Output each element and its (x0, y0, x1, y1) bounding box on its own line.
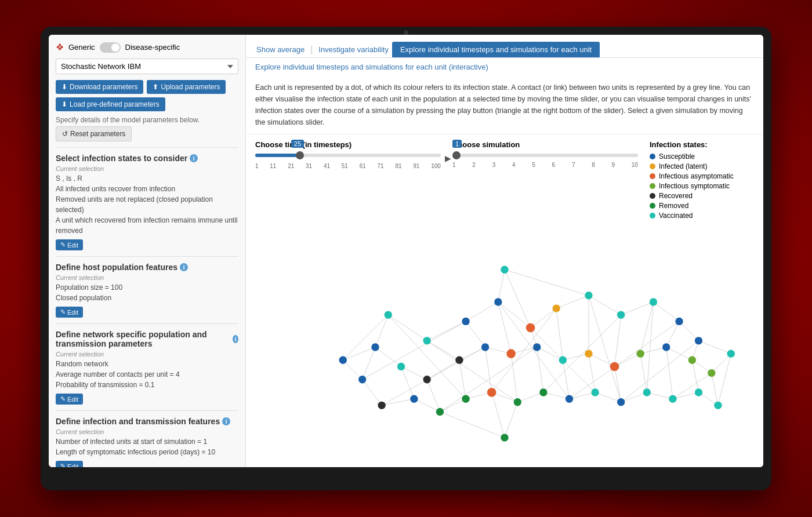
legend-item: Recovered (650, 192, 754, 200)
sim-slider-thumb[interactable]: 1 (452, 151, 461, 159)
reset-button-row: ↺ Reset parameters (56, 126, 238, 141)
info-icon[interactable]: i (190, 154, 198, 162)
edit-button-infection-states[interactable]: ✎ Edit (56, 239, 83, 250)
section-divider (56, 323, 238, 324)
laptop-frame: ❖ Generic Disease-specific Stochastic Ne… (41, 27, 771, 490)
section-network-params: Define network specific population and t… (56, 323, 238, 405)
interactive-link[interactable]: Explore individual timesteps and simulat… (246, 58, 763, 76)
svg-line-68 (362, 321, 466, 379)
svg-line-45 (615, 315, 621, 366)
edit-icon: ✎ (60, 395, 66, 403)
load-icon: ⬇ (61, 100, 67, 108)
legend-label: Infectious asymptomatic (659, 172, 734, 180)
upload-params-button[interactable]: ⬆ Upload parameters (147, 80, 226, 94)
svg-line-7 (621, 302, 654, 315)
info-icon[interactable]: i (233, 335, 238, 343)
svg-line-17 (537, 347, 563, 360)
time-slider-track[interactable]: 25 (255, 154, 441, 157)
current-selection-label: Current selection (56, 428, 238, 435)
svg-line-1 (427, 321, 466, 340)
svg-point-126 (455, 356, 463, 364)
svg-point-122 (688, 356, 696, 364)
model-type-toggle[interactable] (100, 42, 121, 53)
load-predefined-button[interactable]: ⬇ Load pre-defined parameters (56, 97, 165, 111)
svg-line-66 (589, 296, 621, 402)
legend-dot (650, 203, 655, 209)
reset-params-button[interactable]: ↺ Reset parameters (56, 126, 132, 141)
sim-slider-track[interactable]: 1 (452, 154, 638, 157)
legend-label: Susceptible (659, 152, 695, 161)
svg-point-106 (371, 343, 379, 351)
svg-point-128 (462, 395, 469, 403)
specify-label: Specify details of the model parameters … (56, 116, 238, 124)
time-play-button[interactable]: ▶ (445, 154, 451, 163)
svg-line-28 (440, 399, 466, 412)
svg-line-36 (647, 392, 673, 399)
download-icon: ⬇ (61, 83, 67, 91)
legend-dot (650, 163, 655, 169)
tab-investigate[interactable]: Investigate variability (317, 42, 390, 57)
svg-point-118 (610, 362, 619, 372)
reset-icon: ↺ (62, 130, 68, 138)
section-divider (56, 147, 238, 148)
legend-label: Vaccinated (659, 212, 693, 220)
svg-line-81 (718, 354, 731, 405)
download-params-button[interactable]: ⬇ Download parameters (56, 80, 143, 94)
info-icon[interactable]: i (222, 417, 230, 425)
section-divider (56, 410, 238, 411)
svg-point-103 (494, 298, 502, 305)
svg-line-27 (414, 399, 440, 412)
svg-line-13 (427, 360, 459, 379)
edit-button-host-population[interactable]: ✎ Edit (56, 307, 83, 318)
time-slider-thumb[interactable]: 25 (296, 151, 304, 159)
controls-area: Choose time (in timesteps) 25 1112131415… (246, 134, 763, 227)
svg-line-61 (712, 373, 718, 406)
edit-button-network-params[interactable]: ✎ Edit (56, 394, 83, 405)
tab-explore-active[interactable]: Explore individual timesteps and simulat… (392, 42, 600, 57)
network-svg (246, 227, 763, 467)
svg-point-97 (669, 395, 676, 403)
svg-line-87 (440, 412, 505, 438)
upload-icon: ⬆ (153, 83, 158, 91)
svg-point-115 (526, 323, 535, 333)
section-title-text: Define host population features (56, 263, 177, 272)
svg-line-49 (401, 366, 414, 399)
svg-point-93 (397, 363, 405, 370)
svg-line-69 (382, 347, 485, 405)
legend-dot (650, 193, 655, 199)
section-title-text: Select infection states to consider (56, 154, 187, 163)
svg-line-25 (362, 380, 382, 406)
section-host-population: Define host population features iCurrent… (56, 256, 238, 318)
svg-point-129 (539, 388, 547, 396)
svg-line-2 (466, 302, 498, 321)
selection-detail: Random network (56, 359, 238, 369)
network-nodes[interactable] (339, 266, 735, 442)
legend-item: Infectious symptomatic (650, 182, 754, 190)
model-dropdown[interactable]: Stochastic Network IBM (56, 59, 238, 74)
selection-detail: Population size = 100 (56, 282, 238, 293)
svg-point-104 (675, 318, 683, 325)
svg-line-76 (343, 315, 388, 360)
svg-point-96 (643, 388, 651, 396)
svg-line-80 (712, 354, 731, 373)
disease-specific-label: Disease-specific (125, 43, 180, 52)
edit-icon: ✎ (60, 241, 66, 249)
legend-dot (650, 183, 655, 189)
svg-point-112 (566, 395, 573, 403)
edit-button-infection-transmission[interactable]: ✎ Edit (56, 461, 83, 467)
legend-item: Susceptible (650, 152, 754, 161)
section-infection-states: Select infection states to consider iCur… (56, 147, 238, 250)
svg-line-21 (640, 347, 666, 354)
selection-detail: Probability of transmission = 0.1 (56, 380, 238, 390)
svg-point-90 (585, 292, 592, 299)
legend-item: Vaccinated (650, 212, 754, 220)
selection-detail: Length of symptomatic infectious period … (56, 447, 238, 457)
svg-line-0 (388, 315, 427, 341)
legend-label: Infected (latent) (659, 162, 707, 170)
svg-line-39 (427, 341, 459, 360)
tab-show-average[interactable]: Show average (255, 42, 306, 57)
info-icon[interactable]: i (180, 263, 188, 271)
sim-slider-ticks: 12345678910 (452, 162, 638, 168)
svg-line-31 (517, 392, 543, 402)
time-slider-label: Choose time (in timesteps) (255, 140, 441, 149)
